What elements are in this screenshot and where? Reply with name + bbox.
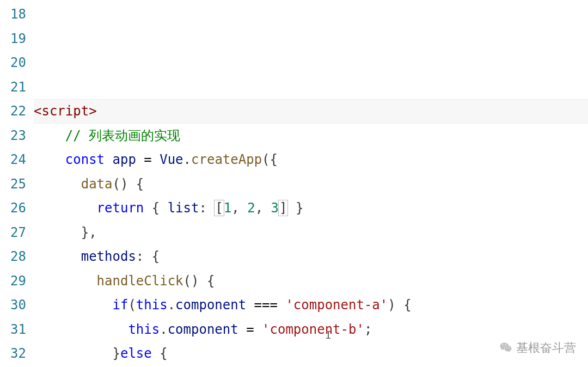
token: { (207, 273, 215, 289)
code-area[interactable]: I <script> // 列表动画的实现 const app = Vue.cr… (34, 0, 588, 367)
token: } (81, 225, 89, 240)
token (287, 200, 295, 216)
token: : (199, 200, 206, 216)
token: ] (278, 200, 288, 216)
line-number: 29 (0, 269, 26, 293)
token: { (403, 297, 411, 313)
line-number: 27 (0, 221, 26, 245)
token (160, 200, 167, 216)
line-number: 23 (0, 124, 26, 148)
token: () (113, 176, 128, 192)
token (240, 200, 247, 216)
token: ( (262, 152, 270, 167)
line-number: 19 (0, 27, 26, 51)
token: const (65, 152, 105, 167)
token (105, 152, 112, 167)
code-line[interactable]: // 列表动画的实现 (34, 124, 588, 148)
line-number: 31 (0, 317, 26, 342)
token: handleClick (97, 273, 183, 289)
token (263, 200, 271, 216)
token (152, 152, 160, 167)
token: if (113, 297, 128, 313)
line-number: 24 (0, 148, 26, 172)
token (144, 249, 151, 264)
wechat-icon (499, 341, 513, 355)
token: < (34, 103, 41, 119)
code-editor[interactable]: 181920212223242526272829303132 I <script… (0, 0, 588, 367)
token: . (160, 322, 167, 337)
token: methods (81, 249, 136, 264)
token: 'component-a' (285, 297, 388, 313)
token (128, 176, 136, 192)
token (396, 297, 403, 313)
token: Vue (160, 152, 183, 167)
code-line[interactable]: this.component = 'component-b'; (34, 317, 588, 342)
watermark: 基根奋斗营 (499, 340, 576, 356)
token (144, 200, 151, 216)
token: . (183, 152, 191, 167)
line-number: 28 (0, 244, 26, 269)
token: 1 (224, 200, 231, 216)
code-line[interactable]: <script> (34, 99, 588, 124)
token: this (128, 322, 160, 337)
token: } (113, 346, 120, 361)
token: script (41, 103, 89, 119)
token (246, 297, 254, 313)
token: : (136, 249, 144, 264)
token: this (136, 297, 168, 313)
token (152, 346, 160, 361)
code-line[interactable]: if(this.component === 'component-a') { (34, 293, 588, 317)
token: , (255, 200, 263, 216)
token: === (254, 297, 278, 313)
token: { (160, 346, 167, 361)
line-number: 30 (0, 293, 26, 317)
token: , (89, 225, 96, 240)
code-line[interactable]: data() { (34, 172, 588, 197)
token (238, 322, 246, 337)
code-line[interactable]: const app = Vue.createApp({ (34, 148, 588, 172)
line-number-gutter: 181920212223242526272829303132 (0, 0, 34, 367)
line-number: 21 (0, 75, 26, 100)
code-line[interactable]: }, (34, 221, 588, 245)
token: createApp (191, 152, 262, 167)
token: = (246, 322, 254, 337)
token: list (168, 200, 199, 216)
watermark-text: 基根奋斗营 (516, 340, 576, 356)
token: { (152, 249, 160, 264)
token: { (270, 152, 278, 167)
line-number: 22 (0, 99, 26, 124)
token: app (113, 152, 136, 167)
code-line[interactable]: return { list: [1, 2, 3] } (34, 196, 588, 221)
token: . (168, 297, 175, 313)
text-cursor-icon: I (325, 323, 332, 347)
line-number: 25 (0, 172, 26, 197)
token: { (152, 200, 160, 216)
token (199, 273, 206, 289)
token: return (97, 200, 144, 216)
token: ( (128, 297, 136, 313)
token: 'component-b' (262, 322, 364, 337)
token: data (81, 176, 113, 192)
line-number: 18 (0, 2, 26, 27)
token: 2 (247, 200, 255, 216)
code-line[interactable]: methods: { (34, 244, 588, 269)
line-number: 32 (0, 341, 26, 366)
token: > (89, 103, 96, 119)
token: // 列表动画的实现 (65, 128, 180, 143)
token: else (120, 346, 152, 361)
token: ; (364, 322, 372, 337)
token: () (183, 273, 199, 289)
code-line[interactable]: handleClick() { (34, 269, 588, 293)
token (254, 322, 262, 337)
token: component (175, 297, 246, 313)
token (136, 152, 144, 167)
token: [ (214, 200, 224, 216)
token: component (168, 322, 238, 337)
token: = (144, 152, 151, 167)
token: , (231, 200, 239, 216)
token: } (296, 200, 303, 216)
token: ) (388, 297, 395, 313)
token: { (136, 176, 144, 192)
token: 3 (271, 200, 279, 216)
line-number: 26 (0, 196, 26, 221)
